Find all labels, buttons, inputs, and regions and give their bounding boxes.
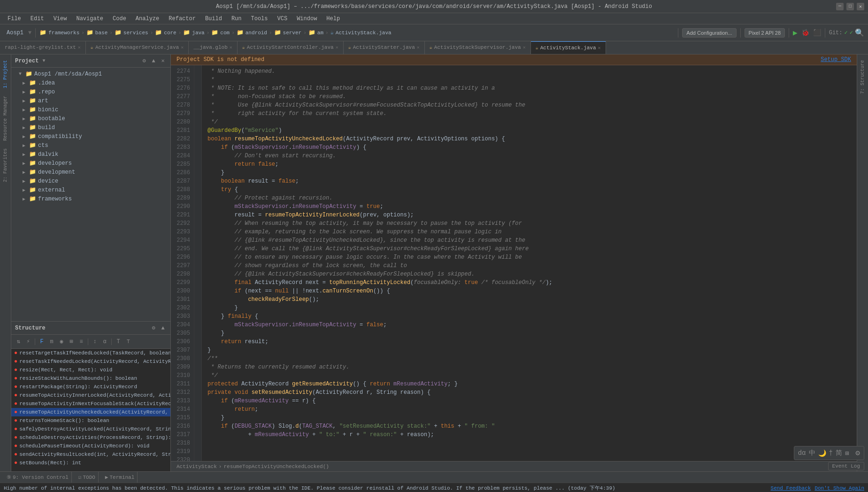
vtab-favorites[interactable]: 2: Favorites [1, 145, 10, 186]
tab-close-asc[interactable]: ✕ [336, 45, 338, 50]
struct-item-scheduledestroy[interactable]: ● scheduleDestroyActivities(ProcessRecor… [11, 433, 170, 442]
tree-external[interactable]: ▶ 📁 external [11, 185, 170, 194]
struct-btn-7[interactable]: α [100, 338, 109, 346]
struct-item-schedulepause[interactable]: ● schedulePauseTimeout(ActivityRecord): … [11, 442, 170, 450]
tab-activity-stack[interactable]: ☕ ActivityStack.java ✕ [531, 41, 606, 54]
struct-item-returnshome[interactable]: ● returnsToHomeStack(): boolean [11, 416, 170, 425]
tree-root[interactable]: ▼ 📁 Aosp1 /mnt/sda/Aosp1 [11, 69, 170, 78]
vtab-resource-manager[interactable]: Resource Manager [1, 92, 10, 145]
struct-item-resize[interactable]: ● resize(Rect, Rect, Rect): void [11, 366, 170, 374]
send-feedback-link[interactable]: Send Feedback [771, 485, 811, 491]
struct-item-setbounds[interactable]: ● setBounds(Rect): int [11, 459, 170, 467]
struct-btn-5[interactable]: ≡ [77, 338, 85, 346]
breadcrumb-base[interactable]: base [95, 30, 108, 36]
struct-btn-4[interactable]: ⊞ [67, 338, 76, 346]
menu-navigate[interactable]: Navigate [72, 15, 107, 23]
dont-show-link[interactable]: Don't Show Again [814, 485, 864, 491]
menu-build[interactable]: Build [201, 15, 226, 23]
bottom-tab-terminal[interactable]: ▶ Terminal [102, 472, 138, 483]
struct-btn-9[interactable]: ⊤ [124, 338, 132, 346]
search-everywhere-button[interactable]: 🔍 [855, 28, 864, 38]
struct-item-resumenext[interactable]: ● resumeTopActivityInNextFocusableStack(… [11, 400, 170, 408]
breadcrumb-am[interactable]: am [317, 30, 323, 36]
minimize-button[interactable]: ─ [836, 3, 844, 10]
breadcrumb-android[interactable]: android [246, 30, 267, 36]
tab-close-glob[interactable]: ✕ [230, 45, 232, 50]
struct-item-restartpackage[interactable]: ● restartPackage(String): ActivityRecord [11, 383, 170, 391]
struct-item-resettarget[interactable]: ● resetTargetTaskIfNeededLocked(TaskReco… [11, 349, 170, 357]
menu-window[interactable]: Window [293, 15, 321, 23]
debug-button[interactable]: 🐞 [801, 29, 809, 37]
code-content[interactable]: * Nothing happened. * * NOTE: It is not … [202, 65, 857, 461]
vtab-project[interactable]: 1: Project [1, 56, 10, 92]
menu-view[interactable]: View [50, 15, 71, 23]
struct-btn-8[interactable]: T [114, 338, 123, 346]
struct-item-resumeunchecked[interactable]: ● resumeTopActivityUncheckedLocked(Activ… [11, 408, 170, 416]
tree-device[interactable]: ▶ 📁 device [11, 177, 170, 185]
tree-developers[interactable]: ▶ 📁 developers [11, 159, 170, 168]
breadcrumb-services[interactable]: services [123, 30, 148, 36]
tab-java-glob[interactable]: __java.glob ✕ [189, 41, 238, 54]
vtab-structure[interactable]: 7: Structure [858, 56, 867, 98]
struct-item-resumeinner[interactable]: ● resumeTopActivityInnerLocked(ActivityR… [11, 391, 170, 400]
tool-btn-simple[interactable]: 简 [836, 449, 842, 457]
struct-btn-fields[interactable]: F [38, 338, 46, 346]
tab-activity-manager-service[interactable]: ☕ ActivityManagerService.java ✕ [86, 41, 189, 54]
tab-close-actstack[interactable]: ✕ [598, 45, 601, 51]
struct-item-resettask[interactable]: ● resetTaskIfNeededLocked(ActivityRecord… [11, 357, 170, 366]
bottom-tab-version-control[interactable]: ⑨ 9: Version Control [4, 472, 72, 483]
struct-item-resizestack[interactable]: ● resizeStackWithLaunchBounds(): boolean [11, 374, 170, 383]
menu-edit[interactable]: Edit [27, 15, 48, 23]
settings-gear-icon[interactable]: ⚙ [855, 448, 860, 458]
tool-btn-grid[interactable]: ⊞ [845, 449, 849, 457]
struct-btn-1[interactable]: ⇅ [14, 338, 23, 346]
tab-activity-start-controller[interactable]: ☕ ActivityStartController.java ✕ [238, 41, 344, 54]
breadcrumb-activitystack[interactable]: ActivityStack.java [336, 30, 392, 36]
menu-tools[interactable]: Tools [247, 15, 272, 23]
structure-settings-icon[interactable]: ⚙ [150, 324, 157, 332]
tab-rapi-light[interactable]: rapi-light-greylist.txt ✕ [0, 41, 86, 54]
menu-refactor[interactable]: Refactor [165, 15, 200, 23]
panel-settings-icon[interactable]: ⚙ [140, 57, 148, 65]
tree-bionic[interactable]: ▶ 📁 bionic [11, 105, 170, 114]
struct-btn-3[interactable]: ◉ [57, 338, 66, 346]
tree-compatibility[interactable]: ▶ 📁 compatibility [11, 132, 170, 141]
bottom-tab-todo[interactable]: ☑ TODO [76, 472, 99, 483]
tree-art[interactable]: ▶ 📁 art [11, 96, 170, 105]
code-area[interactable]: 2274 2275 2276 2277 2278 2279 2280 2281 … [171, 65, 857, 461]
project-label[interactable]: Aosp1 [4, 29, 26, 37]
tab-close-ams[interactable]: ✕ [181, 45, 184, 50]
stop-button[interactable]: ⬛ [813, 29, 821, 37]
close-button[interactable]: ✕ [857, 3, 864, 10]
panel-collapse-icon[interactable]: ▲ [150, 57, 157, 65]
menu-vcs[interactable]: VCS [274, 15, 292, 23]
project-tree[interactable]: ▼ 📁 Aosp1 /mnt/sda/Aosp1 ▶ 📁 .idea ▶ 📁 .… [11, 68, 170, 321]
panel-close-icon[interactable]: ✕ [159, 57, 167, 65]
tree-bootable[interactable]: ▶ 📁 bootable [11, 114, 170, 123]
device-button[interactable]: Pixel 2 API 28 [745, 28, 785, 38]
breadcrumb-frameworks[interactable]: frameworks [48, 30, 79, 36]
struct-btn-6[interactable]: ↕ [91, 338, 99, 346]
tree-idea[interactable]: ▶ 📁 .idea [11, 78, 170, 87]
tree-repo[interactable]: ▶ 📁 .repo [11, 87, 170, 96]
tree-frameworks[interactable]: ▶ 📁 frameworks [11, 194, 170, 203]
struct-item-sendresult[interactable]: ● sendActivityResultLocked(int, Activity… [11, 450, 170, 459]
add-configuration-button[interactable]: Add Configuration... [682, 28, 736, 38]
menu-run[interactable]: Run [228, 15, 246, 23]
tab-close-as[interactable]: ✕ [417, 45, 420, 50]
run-button[interactable]: ▶ [793, 28, 798, 38]
menu-code[interactable]: Code [109, 15, 130, 23]
menu-file[interactable]: File [4, 15, 25, 23]
setup-sdk-link[interactable]: Setup SDK [821, 56, 851, 63]
structure-collapse-icon[interactable]: ▲ [159, 324, 167, 332]
tab-close-ass[interactable]: ✕ [523, 45, 526, 50]
tool-btn-zh[interactable]: 中 [809, 449, 815, 457]
tree-dalvik[interactable]: ▶ 📁 dalvik [11, 150, 170, 159]
breadcrumb-java[interactable]: java [192, 30, 204, 36]
tree-build[interactable]: ▶ 📁 build [11, 123, 170, 132]
tool-btn-da[interactable]: dα [798, 449, 806, 457]
tab-close-rapi[interactable]: ✕ [78, 45, 81, 50]
maximize-button[interactable]: □ [846, 3, 854, 10]
menu-help[interactable]: Help [323, 15, 344, 23]
tree-development[interactable]: ▶ 📁 development [11, 168, 170, 177]
